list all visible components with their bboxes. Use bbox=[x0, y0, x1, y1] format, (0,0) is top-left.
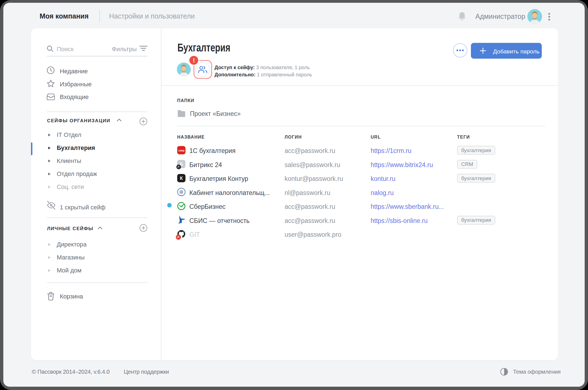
svg-text:К: К bbox=[180, 176, 183, 181]
svg-text:CRM: CRM bbox=[178, 149, 184, 152]
